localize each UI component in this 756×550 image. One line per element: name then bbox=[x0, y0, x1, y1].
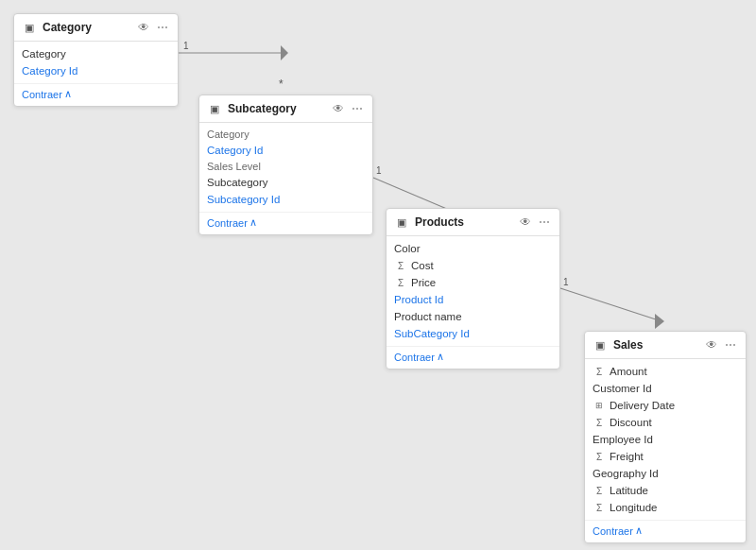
sales-more-btn[interactable]: ⋯ bbox=[723, 337, 738, 352]
field-name: Subcategory bbox=[207, 177, 268, 188]
products-fields: Color Σ Cost Σ Price Product Id Product … bbox=[387, 236, 559, 346]
field-name: Discount bbox=[610, 417, 652, 428]
svg-text:1: 1 bbox=[183, 41, 189, 51]
table-icon-subcategory: ▣ bbox=[207, 101, 222, 116]
subcategory-header: ▣ Subcategory 👁 ⋯ bbox=[199, 95, 372, 123]
field-row: Category Id bbox=[14, 62, 178, 79]
field-name: Price bbox=[411, 277, 436, 288]
sales-footer: Contraer ∧ bbox=[585, 520, 746, 542]
sales-fields: Σ Amount Customer Id ⊞ Delivery Date Σ D… bbox=[585, 359, 746, 520]
field-row: Σ Price bbox=[387, 274, 559, 291]
calendar-icon: ⊞ bbox=[593, 399, 606, 412]
field-name: Color bbox=[394, 243, 420, 254]
field-row: Σ Discount bbox=[585, 414, 746, 431]
field-row: Category Id bbox=[199, 142, 372, 159]
field-row: Employee Id bbox=[585, 431, 746, 448]
field-name: Category bbox=[22, 48, 66, 60]
field-row: Category bbox=[14, 45, 178, 62]
sigma-icon: Σ bbox=[593, 484, 606, 497]
field-row: SubCategory Id bbox=[387, 325, 559, 342]
field-row: Σ Longitude bbox=[585, 499, 746, 516]
field-name: Customer Id bbox=[593, 383, 652, 394]
chevron-up-icon: ∧ bbox=[64, 88, 72, 100]
table-icon-category: ▣ bbox=[22, 20, 37, 35]
collapse-label: Contraer bbox=[593, 525, 633, 537]
sigma-icon: Σ bbox=[394, 276, 407, 289]
diagram-canvas: 1 * 1 * 1 * ▣ Category 👁 ⋯ Category bbox=[0, 0, 756, 550]
subcategory-title: Subcategory bbox=[228, 102, 325, 115]
subcategory-fields: Category Category Id Sales Level Subcate… bbox=[199, 123, 372, 212]
sigma-icon: Σ bbox=[593, 416, 606, 429]
collapse-label: Contraer bbox=[394, 352, 435, 363]
subcategory-footer: Contraer ∧ bbox=[199, 212, 372, 234]
sales-title: Sales bbox=[613, 338, 698, 352]
sigma-icon: Σ bbox=[394, 259, 407, 272]
field-name: Category Id bbox=[207, 145, 263, 156]
svg-marker-2 bbox=[281, 45, 288, 60]
collapse-label: Contraer bbox=[22, 89, 62, 100]
category-more-btn[interactable]: ⋯ bbox=[155, 20, 170, 35]
field-row: Σ Cost bbox=[387, 257, 559, 274]
field-name: Freight bbox=[610, 451, 644, 462]
category-collapse[interactable]: Contraer ∧ bbox=[22, 88, 170, 100]
field-row: Subcategory bbox=[199, 174, 372, 191]
svg-line-8 bbox=[560, 288, 662, 321]
field-row: Σ Freight bbox=[585, 448, 746, 465]
category-header: ▣ Category 👁 ⋯ bbox=[14, 14, 178, 42]
field-name: Product Id bbox=[394, 294, 443, 305]
section-label-category: Category bbox=[199, 127, 372, 142]
field-name: Delivery Date bbox=[610, 400, 675, 411]
field-row: Σ Amount bbox=[585, 363, 746, 380]
field-row: Geography Id bbox=[585, 465, 746, 482]
chevron-up-icon: ∧ bbox=[635, 524, 643, 537]
field-row: Customer Id bbox=[585, 380, 746, 397]
sigma-icon: Σ bbox=[593, 450, 606, 463]
field-row: ⊞ Delivery Date bbox=[585, 397, 746, 414]
category-fields: Category Category Id bbox=[14, 42, 178, 83]
products-eye-btn[interactable]: 👁 bbox=[518, 215, 533, 230]
field-name: Geography Id bbox=[593, 468, 659, 479]
field-row: Product name bbox=[387, 308, 559, 325]
table-icon-sales: ▣ bbox=[593, 337, 608, 352]
table-icon-products: ▣ bbox=[394, 215, 409, 230]
field-row: Color bbox=[387, 240, 559, 257]
category-table: ▣ Category 👁 ⋯ Category Category Id Cont… bbox=[13, 13, 179, 107]
sigma-icon: Σ bbox=[593, 365, 606, 378]
section-label-saleslevel: Sales Level bbox=[199, 159, 372, 174]
category-title: Category bbox=[43, 21, 130, 34]
products-footer: Contraer ∧ bbox=[387, 346, 559, 369]
field-name: Longitude bbox=[610, 502, 658, 513]
subcategory-table: ▣ Subcategory 👁 ⋯ Category Category Id S… bbox=[198, 95, 373, 235]
field-name: Cost bbox=[411, 260, 434, 271]
svg-marker-10 bbox=[655, 314, 664, 329]
svg-text:1: 1 bbox=[563, 277, 569, 287]
products-title: Products bbox=[415, 215, 512, 229]
sales-eye-btn[interactable]: 👁 bbox=[704, 337, 719, 352]
chevron-up-icon: ∧ bbox=[249, 216, 257, 229]
svg-text:*: * bbox=[279, 77, 284, 91]
field-name: Amount bbox=[610, 366, 647, 377]
products-more-btn[interactable]: ⋯ bbox=[537, 215, 552, 230]
subcategory-collapse[interactable]: Contraer ∧ bbox=[207, 216, 365, 229]
field-row: Product Id bbox=[387, 291, 559, 308]
sales-header: ▣ Sales 👁 ⋯ bbox=[585, 332, 746, 359]
subcategory-more-btn[interactable]: ⋯ bbox=[350, 101, 365, 116]
field-name: SubCategory Id bbox=[394, 328, 470, 339]
sales-table: ▣ Sales 👁 ⋯ Σ Amount Customer Id ⊞ Deliv… bbox=[584, 331, 747, 543]
category-eye-btn[interactable]: 👁 bbox=[136, 20, 151, 35]
category-footer: Contraer ∧ bbox=[14, 83, 178, 106]
field-name: Employee Id bbox=[593, 434, 653, 445]
field-name: Latitude bbox=[610, 485, 648, 496]
sigma-icon: Σ bbox=[593, 501, 606, 514]
field-name: Product name bbox=[394, 311, 462, 322]
field-name: Category Id bbox=[22, 65, 77, 77]
subcategory-eye-btn[interactable]: 👁 bbox=[331, 101, 346, 116]
field-row: Subcategory Id bbox=[199, 191, 372, 208]
collapse-label: Contraer bbox=[207, 217, 248, 229]
sales-collapse[interactable]: Contraer ∧ bbox=[593, 524, 738, 537]
field-name: Subcategory Id bbox=[207, 194, 280, 205]
products-header: ▣ Products 👁 ⋯ bbox=[387, 209, 559, 236]
products-table: ▣ Products 👁 ⋯ Color Σ Cost Σ Price Prod… bbox=[386, 208, 560, 370]
products-collapse[interactable]: Contraer ∧ bbox=[394, 351, 552, 363]
svg-text:1: 1 bbox=[376, 165, 382, 176]
